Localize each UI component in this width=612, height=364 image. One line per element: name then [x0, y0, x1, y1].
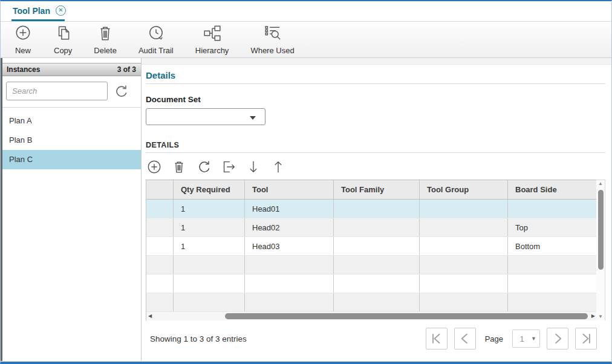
page-number-value: 1	[513, 334, 531, 343]
column-header-tool-group[interactable]: Tool Group	[420, 180, 508, 199]
table-cell[interactable]	[245, 293, 334, 311]
table-cell[interactable]	[174, 256, 245, 274]
page-number-select[interactable]: 1 ▼	[512, 330, 540, 348]
table-cell[interactable]	[508, 275, 597, 293]
row-selector-cell[interactable]	[146, 293, 174, 311]
next-page-button[interactable]	[547, 328, 568, 349]
chevron-down-icon	[250, 116, 256, 120]
copy-button[interactable]: Copy	[54, 24, 72, 55]
table-cell[interactable]: Head02	[245, 218, 334, 236]
table-cell[interactable]	[420, 275, 508, 293]
column-header-tool-family[interactable]: Tool Family	[334, 180, 420, 199]
row-selector-cell[interactable]	[146, 275, 174, 293]
table-row[interactable]: 1Head02Top	[146, 218, 596, 237]
search-input[interactable]	[6, 82, 108, 100]
scroll-down-icon[interactable]: ▼	[598, 314, 603, 319]
row-selector-cell[interactable]	[146, 200, 174, 218]
where-used-button[interactable]: Where Used	[250, 24, 294, 55]
table-row[interactable]	[146, 256, 596, 275]
table-cell[interactable]: Top	[508, 218, 597, 236]
details-section-title: DETAILS	[146, 141, 605, 149]
scroll-up-icon[interactable]: ▲	[598, 181, 603, 186]
export-icon[interactable]	[220, 158, 237, 175]
delete-button[interactable]: Delete	[94, 24, 117, 55]
table-cell[interactable]	[245, 275, 334, 293]
where-used-label: Where Used	[250, 46, 294, 55]
refresh-grid-icon[interactable]	[195, 158, 212, 175]
table-cell[interactable]	[334, 218, 420, 236]
table-cell[interactable]: 1	[174, 200, 245, 218]
table-header-row: Qty Required Tool Tool Family Tool Group…	[146, 180, 596, 200]
table-cell[interactable]	[245, 256, 334, 274]
copy-icon	[54, 24, 72, 45]
table-cell[interactable]	[420, 237, 508, 255]
row-selector-cell[interactable]	[146, 218, 174, 236]
horizontal-scrollbar[interactable]: ◀ ▶	[146, 312, 597, 320]
instances-list: Plan APlan BPlan C	[1, 111, 141, 169]
tab-close-icon[interactable]: ✕	[56, 5, 66, 16]
table-cell[interactable]	[334, 200, 420, 218]
table-cell[interactable]: 1	[174, 237, 245, 255]
scroll-right-icon[interactable]: ▶	[591, 313, 595, 319]
document-set-dropdown[interactable]	[146, 108, 265, 125]
first-page-button[interactable]	[426, 328, 448, 349]
audit-trail-button[interactable]: Audit Trail	[138, 24, 174, 55]
table-cell[interactable]	[420, 200, 508, 218]
column-header-board-side[interactable]: Board Side	[508, 180, 597, 199]
table-row[interactable]: 1Head01	[146, 200, 596, 218]
table-cell[interactable]	[334, 237, 420, 255]
table-cell[interactable]	[334, 275, 420, 293]
column-header-selector[interactable]	[146, 180, 174, 199]
details-toolbar	[146, 158, 605, 176]
last-page-button[interactable]	[575, 328, 597, 349]
vertical-scrollbar[interactable]: ▲ ▼	[596, 180, 605, 320]
table-row[interactable]: 1Head03Bottom	[146, 237, 596, 256]
instances-header: Instances 3 of 3	[1, 63, 141, 76]
table-row[interactable]	[146, 275, 596, 293]
instances-title: Instances	[7, 65, 40, 74]
table-cell[interactable]	[174, 275, 245, 293]
refresh-icon[interactable]	[112, 83, 129, 100]
row-selector-cell[interactable]	[146, 256, 174, 274]
divider	[146, 152, 605, 153]
scroll-left-icon[interactable]: ◀	[148, 313, 152, 319]
previous-page-button[interactable]	[454, 328, 476, 349]
column-header-tool[interactable]: Tool	[245, 180, 334, 199]
table-cell[interactable]	[508, 200, 597, 218]
table-cell[interactable]	[334, 256, 420, 274]
delete-row-button[interactable]	[171, 158, 187, 175]
vertical-scroll-thumb[interactable]	[598, 190, 604, 270]
table-row[interactable]	[146, 293, 596, 312]
table-cell[interactable]	[420, 218, 508, 236]
table-cell[interactable]: Head03	[245, 237, 334, 255]
table-cell[interactable]	[508, 256, 597, 274]
tab-tool-plan[interactable]: Tool Plan ✕	[13, 5, 66, 16]
table-cell[interactable]	[508, 293, 597, 311]
divider	[146, 83, 605, 84]
move-up-icon[interactable]	[270, 158, 287, 175]
new-label: New	[15, 46, 31, 55]
move-down-icon[interactable]	[245, 158, 262, 175]
hierarchy-button[interactable]: Hierarchy	[195, 24, 229, 55]
page-label: Page	[485, 334, 503, 343]
table-cell[interactable]	[420, 293, 508, 311]
table-cell[interactable]: Head01	[245, 200, 334, 218]
plus-circle-icon	[14, 24, 32, 45]
audit-trail-label: Audit Trail	[138, 46, 174, 55]
row-selector-cell[interactable]	[146, 237, 174, 255]
column-header-qty-required[interactable]: Qty Required	[174, 180, 245, 199]
table-cell[interactable]: Bottom	[508, 237, 597, 255]
instance-list-item[interactable]: Plan B	[1, 131, 141, 150]
table-cell[interactable]	[420, 256, 508, 274]
new-button[interactable]: New	[14, 24, 32, 55]
table-body: 1Head011Head02Top1Head03Bottom	[146, 200, 596, 312]
table-cell[interactable]	[174, 293, 245, 311]
horizontal-scroll-thumb[interactable]	[225, 313, 588, 319]
instance-list-item[interactable]: Plan A	[1, 111, 141, 131]
table-cell[interactable]	[334, 293, 420, 311]
trash-icon	[96, 24, 114, 45]
add-row-button[interactable]	[146, 158, 163, 175]
instance-list-item[interactable]: Plan C	[1, 150, 141, 169]
table-cell[interactable]: 1	[174, 218, 245, 236]
tab-label: Tool Plan	[13, 6, 50, 16]
